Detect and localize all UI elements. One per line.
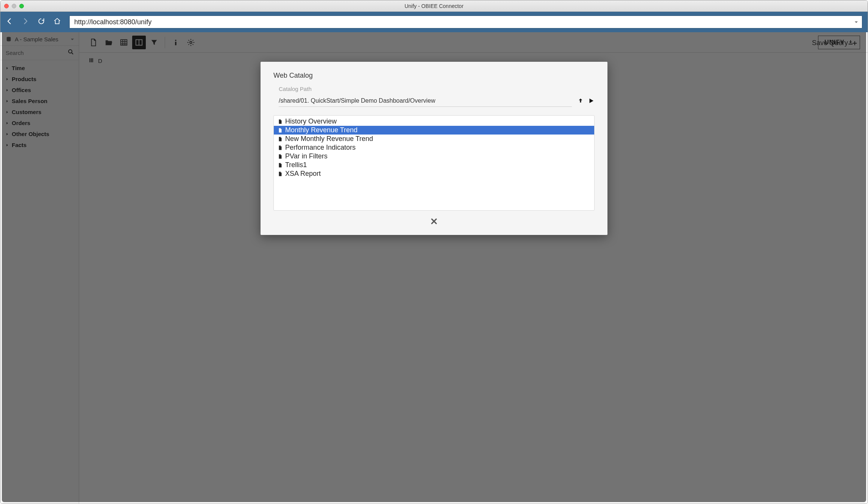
- mac-titlebar: Unify - OBIEE Connector: [0, 0, 868, 12]
- catalog-item-label: Performance Indicators: [285, 144, 356, 152]
- catalog-path-label: Catalog Path: [279, 86, 595, 92]
- go-button[interactable]: [588, 97, 595, 106]
- file-icon: [278, 162, 283, 168]
- catalog-item[interactable]: PVar in Filters: [274, 152, 594, 161]
- catalog-item-label: Monthly Revenue Trend: [285, 126, 358, 134]
- catalog-item-label: XSA Report: [285, 170, 321, 178]
- file-icon: [278, 127, 283, 133]
- reload-icon[interactable]: [37, 17, 45, 27]
- go-up-button[interactable]: [577, 97, 584, 106]
- catalog-item[interactable]: XSA Report: [274, 169, 594, 178]
- catalog-item-label: History Overview: [285, 117, 337, 125]
- address-dropdown-icon[interactable]: [854, 18, 858, 26]
- modal-overlay[interactable]: Web Catalog Catalog Path History Overvie…: [2, 32, 866, 502]
- catalog-item[interactable]: Monthly Revenue Trend: [274, 126, 594, 135]
- window-close-button[interactable]: [4, 4, 9, 8]
- file-icon: [278, 171, 283, 177]
- forward-icon: [22, 17, 29, 27]
- close-modal-button[interactable]: [430, 220, 438, 226]
- window-minimize-button[interactable]: [12, 4, 16, 8]
- file-icon: [278, 136, 283, 142]
- modal-title: Web Catalog: [273, 72, 595, 80]
- web-catalog-modal: Web Catalog Catalog Path History Overvie…: [261, 62, 607, 235]
- catalog-item-label: Trellis1: [285, 161, 307, 169]
- catalog-item-list: History OverviewMonthly Revenue TrendNew…: [273, 115, 595, 211]
- home-icon[interactable]: [53, 17, 61, 27]
- address-bar[interactable]: http://localhost:8080/unify: [69, 16, 862, 28]
- catalog-item[interactable]: History Overview: [274, 117, 594, 126]
- catalog-item[interactable]: Performance Indicators: [274, 143, 594, 152]
- catalog-path-input[interactable]: [279, 96, 572, 107]
- traffic-lights: [4, 4, 24, 8]
- catalog-item-label: PVar in Filters: [285, 152, 328, 160]
- address-url: http://localhost:8080/unify: [74, 18, 151, 26]
- window-zoom-button[interactable]: [19, 4, 24, 8]
- catalog-item-label: New Monthly Revenue Trend: [285, 135, 373, 143]
- file-icon: [278, 153, 283, 160]
- file-icon: [278, 119, 283, 125]
- catalog-item[interactable]: New Monthly Revenue Trend: [274, 135, 594, 143]
- catalog-item[interactable]: Trellis1: [274, 161, 594, 169]
- file-icon: [278, 145, 283, 151]
- back-icon[interactable]: [6, 17, 13, 27]
- window-title: Unify - OBIEE Connector: [4, 3, 864, 9]
- browser-navbar: http://localhost:8080/unify: [0, 12, 868, 32]
